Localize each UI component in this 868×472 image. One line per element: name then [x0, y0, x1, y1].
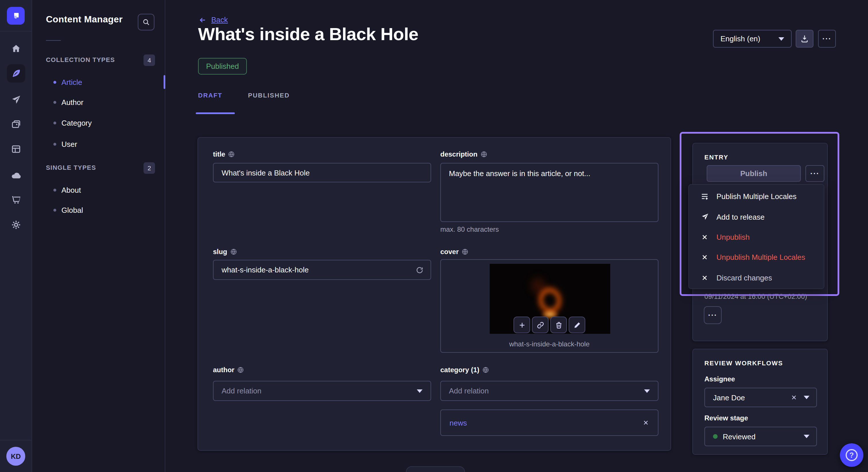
slug-input[interactable]: what-s-inside-a-black-hole [213, 260, 431, 280]
collapsed-bottom-pill[interactable] [406, 466, 465, 472]
back-label: Back [211, 15, 228, 24]
ellipsis-icon: ··· [810, 170, 819, 177]
entry-more-button[interactable]: ··· [805, 165, 825, 182]
chevron-down-icon [644, 389, 650, 393]
help-button[interactable]: ? [840, 443, 863, 467]
relation-news-link[interactable]: news [450, 418, 467, 427]
description-textarea[interactable]: Maybe the answer is in this article, or … [440, 163, 658, 222]
chevron-down-icon [804, 435, 809, 438]
settings-gear-icon[interactable] [7, 216, 25, 234]
entry-secondary-more-button[interactable]: ··· [704, 306, 722, 324]
trash-icon [555, 321, 563, 329]
section-single-types: SINGLE TYPES [46, 164, 96, 171]
regenerate-icon[interactable] [415, 266, 424, 274]
menu-item-add-to-release[interactable]: Add to release [689, 207, 824, 227]
single-types-count-badge: 2 [144, 162, 155, 174]
globe-icon [230, 248, 237, 255]
search-icon [143, 19, 150, 26]
globe-icon [237, 367, 244, 373]
assignee-combobox[interactable]: Jane Doe [704, 388, 817, 407]
user-avatar[interactable]: KD [6, 447, 25, 466]
edit-media-button[interactable] [569, 316, 585, 333]
layout-icon[interactable] [7, 140, 25, 158]
content-manager-feather-icon[interactable] [7, 64, 25, 82]
slug-value: what-s-inside-a-black-hole [222, 266, 309, 274]
page-title: What's inside a Black Hole [198, 24, 418, 45]
bullet-icon [53, 142, 56, 145]
sidebar-item-label: Article [61, 78, 82, 86]
bullet-icon [53, 101, 56, 103]
link-icon [536, 321, 544, 329]
slug-field-label: slug [213, 248, 237, 256]
author-field-label: author [213, 366, 244, 374]
description-field-label: description [440, 150, 487, 158]
sidebar-item-article[interactable]: Article [53, 77, 82, 87]
active-item-indicator [164, 75, 165, 89]
media-library-icon[interactable] [7, 115, 25, 134]
entry-actions-menu: Publish Multiple Locales Add to release … [688, 184, 825, 289]
locale-value: English (en) [720, 34, 761, 43]
cloud-icon[interactable] [7, 166, 25, 184]
tab-published[interactable]: PUBLISHED [248, 92, 290, 99]
section-collection-types: COLLECTION TYPES [46, 56, 115, 63]
export-download-button[interactable] [796, 30, 813, 47]
tab-active-underline [196, 112, 235, 114]
menu-item-discard-changes[interactable]: Discard changes [689, 268, 824, 288]
cover-field-label: cover [440, 248, 468, 256]
review-stage-combobox[interactable]: Reviewed [704, 427, 817, 446]
releases-plane-icon[interactable] [7, 91, 25, 109]
ellipsis-icon: ··· [708, 311, 717, 319]
back-arrow-icon [198, 16, 207, 24]
category-relation-combobox[interactable]: Add relation [440, 381, 658, 401]
menu-item-publish-multiple-locales[interactable]: Publish Multiple Locales [689, 187, 824, 207]
delete-media-button[interactable] [550, 316, 567, 333]
chevron-down-icon [417, 389, 423, 393]
home-icon[interactable] [7, 40, 25, 58]
remove-relation-icon[interactable] [642, 419, 649, 426]
category-field-label: category (1) [440, 366, 489, 374]
sidebar-item-user[interactable]: User [53, 139, 77, 148]
menu-item-label: Publish Multiple Locales [716, 192, 797, 201]
add-media-button[interactable] [514, 316, 530, 333]
sidebar-item-category[interactable]: Category [53, 118, 92, 127]
title-input[interactable] [213, 163, 431, 182]
menu-item-label: Unpublish [716, 233, 750, 241]
bullet-icon [53, 121, 56, 124]
search-button[interactable] [138, 14, 154, 30]
sidebar-item-label: User [61, 140, 77, 148]
sidebar-item-about[interactable]: About [53, 185, 81, 194]
copy-link-button[interactable] [532, 316, 549, 333]
menu-item-unpublish-multiple-locales[interactable]: Unpublish Multiple Locales [689, 247, 824, 268]
header-more-button[interactable]: ··· [818, 30, 836, 47]
main-content: Back What's inside a Black Hole Publishe… [165, 0, 868, 472]
bullet-icon [53, 80, 56, 83]
cross-icon [701, 233, 709, 241]
collection-types-count-badge: 4 [144, 55, 155, 66]
chevron-down-icon [778, 37, 784, 40]
back-link[interactable]: Back [198, 15, 228, 24]
app-window: KD Content Manager COLLECTION TYPES 4 Ar… [0, 0, 868, 472]
cross-icon [701, 274, 709, 281]
globe-icon [480, 151, 487, 158]
list-plus-icon [701, 192, 709, 201]
sidebar-item-label: Global [61, 206, 83, 214]
status-badge: Published [198, 58, 247, 74]
menu-item-unpublish[interactable]: Unpublish [689, 227, 824, 247]
category-placeholder: Add relation [449, 386, 489, 395]
review-stage-label: Review stage [704, 414, 748, 422]
sidebar-item-label: Author [61, 98, 84, 106]
tab-draft[interactable]: DRAFT [198, 92, 222, 99]
icon-rail: KD [0, 0, 32, 472]
locale-select[interactable]: English (en) [713, 30, 792, 47]
cross-icon [701, 254, 709, 261]
strapi-logo-icon[interactable] [7, 7, 25, 25]
clear-assignee-icon[interactable] [790, 394, 797, 401]
menu-item-label: Unpublish Multiple Locales [716, 253, 805, 262]
rail-bottom-divider [0, 440, 32, 440]
author-relation-combobox[interactable]: Add relation [213, 381, 431, 401]
cart-icon[interactable] [7, 191, 25, 209]
sidebar-item-label: Category [61, 119, 92, 127]
sidebar-item-global[interactable]: Global [53, 205, 83, 214]
sidebar-item-author[interactable]: Author [53, 98, 84, 107]
publish-button[interactable]: Publish [707, 165, 801, 182]
